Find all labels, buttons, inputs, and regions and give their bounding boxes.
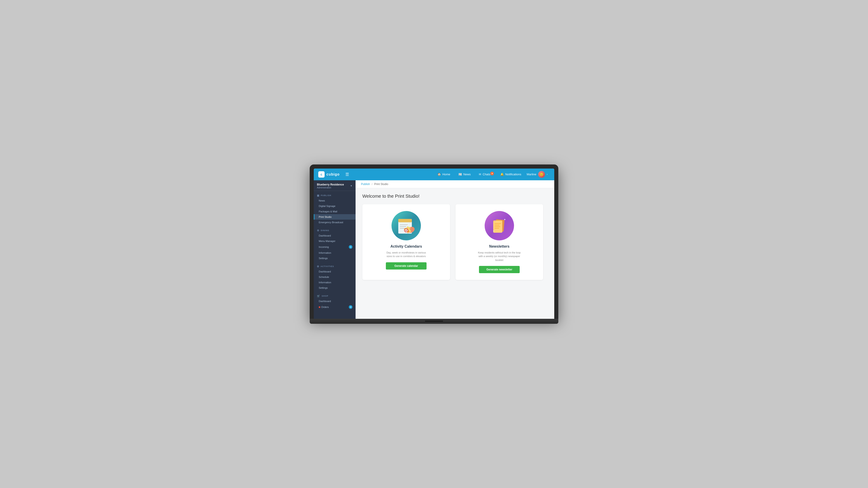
sidebar-activities-settings-label: Settings bbox=[319, 287, 328, 289]
generate-calendar-button[interactable]: Generate calendar bbox=[386, 262, 427, 269]
section-title-dining: ⚙ DINING bbox=[314, 228, 355, 233]
sidebar-item-schedule[interactable]: Schedule bbox=[314, 274, 355, 280]
sidebar-item-dining-information[interactable]: Information bbox=[314, 250, 355, 256]
cards-grid: Activity Calendars Day, week or monthvie… bbox=[362, 204, 543, 280]
sidebar-print-studio-label: Print Studio bbox=[319, 216, 332, 218]
sidebar-item-activities-dashboard[interactable]: Dashboard bbox=[314, 269, 355, 274]
shop-section-label: SHOP bbox=[322, 295, 329, 297]
sidebar-activities-dashboard-label: Dashboard bbox=[319, 270, 331, 273]
svg-rect-12 bbox=[495, 223, 501, 224]
newsletter-illustration: ✦ ✦ bbox=[485, 211, 514, 240]
sidebar-incoming-label: Incoming bbox=[319, 246, 329, 248]
logo-text: cubigo bbox=[327, 172, 340, 176]
svg-text:✦: ✦ bbox=[493, 230, 495, 232]
sidebar-emergency-broadcast-label: Emergency Broadcast bbox=[319, 221, 343, 224]
nav-notifications[interactable]: 🔔 Notifications bbox=[497, 171, 524, 178]
avatar: 😊 bbox=[538, 171, 545, 178]
org-name: Blueberry Residence bbox=[317, 183, 344, 186]
sidebar-item-dining-dashboard[interactable]: Dashboard bbox=[314, 233, 355, 238]
generate-newsletter-button[interactable]: Generate newsletter bbox=[479, 266, 520, 273]
calendar-card-title: Activity Calendars bbox=[391, 245, 422, 249]
page-title: Welcome to the Print Studio! bbox=[362, 194, 548, 199]
content-main: Welcome to the Print Studio! bbox=[355, 188, 554, 319]
sidebar-item-news[interactable]: News bbox=[314, 198, 355, 203]
dining-section-label: DINING bbox=[321, 229, 329, 232]
sidebar-item-dining-settings[interactable]: Settings bbox=[314, 256, 355, 261]
publish-section-label: PUBLISH bbox=[321, 194, 331, 197]
sidebar: Blueberry Residence Administration ▼ ▦ P… bbox=[314, 180, 355, 319]
sidebar-item-digital-signage[interactable]: Digital Signage bbox=[314, 203, 355, 209]
breadcrumb-current: Print Studio bbox=[374, 183, 388, 186]
notifications-icon: 🔔 bbox=[500, 173, 504, 176]
sidebar-menu-manager-label: Menu Manager bbox=[319, 240, 336, 242]
calendar-illustration bbox=[392, 211, 421, 240]
dining-section-icon: ⚙ bbox=[317, 229, 319, 232]
sidebar-org-info: Blueberry Residence Administration bbox=[317, 183, 344, 189]
sidebar-section-activities: ✿ ACTIVITIES Dashboard Schedule Informat… bbox=[314, 262, 355, 291]
sidebar-news-label: News bbox=[319, 199, 325, 202]
sidebar-dining-information-label: Information bbox=[319, 252, 331, 254]
orders-dot bbox=[319, 306, 320, 308]
laptop-screen: c cubigo ☰ 🏠 Home 📰 News ✉ Chats bbox=[314, 168, 554, 319]
sidebar-orders-label: Orders bbox=[319, 306, 329, 308]
nav-news[interactable]: 📰 News bbox=[455, 171, 474, 178]
sidebar-item-emergency-broadcast[interactable]: Emergency Broadcast bbox=[314, 220, 355, 225]
top-navigation: c cubigo ☰ 🏠 Home 📰 News ✉ Chats bbox=[314, 168, 554, 180]
user-chevron-icon: › bbox=[547, 173, 548, 175]
sidebar-activities-information-label: Information bbox=[319, 281, 331, 284]
sidebar-item-activities-settings[interactable]: Settings bbox=[314, 285, 355, 291]
sidebar-header[interactable]: Blueberry Residence Administration ▼ bbox=[314, 180, 355, 191]
sidebar-section-publish: ▦ PUBLISH News Digital Signage Packages … bbox=[314, 191, 355, 226]
user-menu[interactable]: Marline 😊 › bbox=[524, 170, 550, 179]
sidebar-item-shop-dashboard[interactable]: Dashboard bbox=[314, 298, 355, 304]
logo: c cubigo bbox=[318, 171, 340, 177]
card-newsletters: ✦ ✦ Newsletters Keep residents without t… bbox=[456, 204, 543, 280]
user-name: Marline bbox=[527, 173, 536, 176]
calendar-card-desc: Day, week or monthviews in various sizes… bbox=[383, 251, 429, 258]
org-sub: Administration bbox=[317, 186, 344, 189]
sidebar-section-dining: ⚙ DINING Dashboard Menu Manager Incoming… bbox=[314, 226, 355, 262]
incoming-badge: 1 bbox=[349, 245, 352, 249]
home-icon: 🏠 bbox=[437, 173, 441, 176]
nav-chats-label: Chats bbox=[483, 173, 490, 176]
section-title-activities: ✿ ACTIVITIES bbox=[314, 264, 355, 269]
sidebar-item-packages-mail[interactable]: Packages & Mail bbox=[314, 209, 355, 214]
svg-rect-14 bbox=[495, 226, 500, 227]
chats-badge: 4 bbox=[490, 172, 494, 175]
nav-chats[interactable]: ✉ Chats 4 bbox=[475, 171, 495, 178]
nav-news-label: News bbox=[463, 173, 471, 176]
svg-rect-1 bbox=[398, 219, 412, 222]
hamburger-menu[interactable]: ☰ bbox=[344, 170, 350, 178]
content-area: Publish / Print Studio Welcome to the Pr… bbox=[355, 180, 554, 319]
shop-section-icon: 🛒 bbox=[317, 295, 320, 297]
sidebar-item-activities-information[interactable]: Information bbox=[314, 280, 355, 285]
sidebar-item-orders[interactable]: Orders 4 bbox=[314, 304, 355, 310]
sidebar-section-shop: 🛒 SHOP Dashboard Orders 4 bbox=[314, 291, 355, 311]
svg-rect-13 bbox=[495, 225, 500, 225]
svg-text:✦: ✦ bbox=[504, 218, 506, 221]
breadcrumb-separator: / bbox=[372, 183, 372, 186]
nav-home[interactable]: 🏠 Home bbox=[434, 171, 454, 178]
nav-notifications-label: Notifications bbox=[505, 173, 521, 176]
sidebar-packages-mail-label: Packages & Mail bbox=[319, 210, 337, 213]
sidebar-dining-settings-label: Settings bbox=[319, 257, 328, 260]
laptop-base bbox=[310, 319, 558, 324]
sidebar-item-print-studio[interactable]: Print Studio bbox=[314, 214, 355, 220]
nav-links: 🏠 Home 📰 News ✉ Chats 4 🔔 Notificat bbox=[434, 171, 524, 178]
card-activity-calendars: Activity Calendars Day, week or monthvie… bbox=[362, 204, 450, 280]
svg-rect-2 bbox=[400, 224, 408, 225]
breadcrumb-parent[interactable]: Publish bbox=[361, 183, 370, 186]
chats-icon: ✉ bbox=[479, 173, 481, 176]
org-chevron-icon: ▼ bbox=[350, 185, 352, 187]
svg-rect-3 bbox=[400, 226, 406, 227]
section-title-shop: 🛒 SHOP bbox=[314, 294, 355, 298]
laptop-wrapper: c cubigo ☰ 🏠 Home 📰 News ✉ Chats bbox=[310, 164, 558, 324]
sidebar-dining-dashboard-label: Dashboard bbox=[319, 234, 331, 237]
sidebar-shop-dashboard-label: Dashboard bbox=[319, 300, 331, 302]
activities-section-label: ACTIVITIES bbox=[320, 265, 334, 267]
sidebar-item-incoming[interactable]: Incoming 1 bbox=[314, 244, 355, 250]
publish-section-icon: ▦ bbox=[317, 194, 319, 197]
news-icon: 📰 bbox=[458, 173, 462, 176]
logo-icon: c bbox=[318, 171, 324, 177]
sidebar-item-menu-manager[interactable]: Menu Manager bbox=[314, 238, 355, 244]
